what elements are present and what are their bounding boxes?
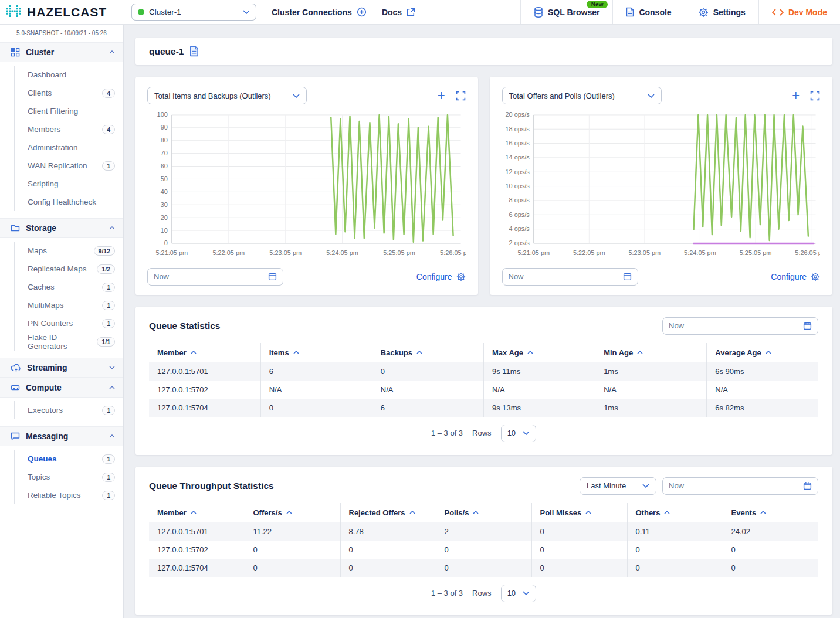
sidebar-item-members[interactable]: Members 4	[15, 120, 123, 138]
table-row[interactable]: 127.0.0.1:5704000000	[149, 559, 818, 577]
column-header-offers-s[interactable]: Offers/s	[245, 503, 340, 522]
sidebar-item-multimaps[interactable]: MultiMaps 1	[15, 296, 123, 314]
topnav-tools: New SQL Browser Console Settings Dev Mod…	[520, 0, 840, 24]
sidebar-section-messaging[interactable]: Messaging	[0, 426, 123, 446]
page-header-card: queue-1	[135, 38, 832, 65]
column-header-max-age[interactable]: Max Age	[483, 343, 595, 362]
fullscreen-icon[interactable]	[810, 91, 820, 101]
pagination-range: 1 – 3 of 3	[431, 429, 463, 437]
pagination-range: 1 – 3 of 3	[431, 589, 463, 597]
svg-text:20: 20	[161, 214, 168, 221]
add-chart-button[interactable]: +	[792, 89, 800, 102]
sidebar-section-compute[interactable]: Compute	[0, 378, 123, 398]
add-chart-button[interactable]: +	[438, 89, 445, 102]
svg-text:20 ops/s: 20 ops/s	[505, 111, 530, 118]
column-header-min-age[interactable]: Min Age	[595, 343, 707, 362]
column-header-events[interactable]: Events	[723, 503, 818, 522]
column-header-member[interactable]: Member	[149, 503, 245, 522]
queue-throughput-card: Queue Throughput Statistics Last Minute …	[135, 467, 832, 615]
sidebar-item-flake-id-generators[interactable]: Flake ID Generators 1/1	[15, 332, 123, 351]
svg-text:40: 40	[161, 188, 168, 195]
sidebar-section-cluster[interactable]: Cluster	[0, 42, 123, 62]
chevron-up-icon	[109, 434, 115, 438]
svg-text:2 ops/s: 2 ops/s	[509, 239, 530, 246]
sort-asc-icon	[416, 351, 422, 354]
console-button[interactable]: Console	[612, 0, 684, 24]
sidebar-item-executors[interactable]: Executors 1	[15, 401, 123, 419]
sidebar-section-streaming[interactable]: Streaming	[0, 358, 123, 378]
table-row[interactable]: 127.0.0.1:570111.228.78200.1124.02	[149, 522, 818, 541]
sidebar-item-dashboard[interactable]: Dashboard	[15, 66, 123, 84]
throughput-time-input[interactable]: Now	[662, 477, 818, 495]
metric-select[interactable]: Total Items and Backups (Outliers)	[147, 87, 307, 104]
column-header-others[interactable]: Others	[627, 503, 723, 522]
interval-select[interactable]: Last Minute	[580, 477, 656, 495]
sidebar-item-reliable-topics[interactable]: Reliable Topics 1	[15, 486, 123, 504]
table-row[interactable]: 127.0.0.1:5702000000	[149, 541, 818, 559]
docs-link[interactable]: Docs	[382, 0, 415, 24]
sidebar-item-wan-replication[interactable]: WAN Replication 1	[15, 157, 123, 175]
main-content: queue-1 Total Items and Backups (Outlier…	[124, 25, 840, 618]
sidebar-item-replicated-maps[interactable]: Replicated Maps 1/2	[15, 260, 123, 278]
chart-time-input[interactable]: Now	[147, 268, 283, 286]
sql-browser-button[interactable]: New SQL Browser	[520, 0, 612, 24]
sidebar-item-client-filtering[interactable]: Client Filtering	[15, 102, 123, 120]
sidebar-item-config-healthcheck[interactable]: Config Healthcheck	[15, 193, 123, 211]
table-row[interactable]: 127.0.0.1:5701609s 11ms1ms6s 90ms	[149, 362, 818, 381]
sidebar-item-scripting[interactable]: Scripting	[15, 175, 123, 193]
plus-circle-icon	[357, 7, 367, 17]
sidebar-item-topics[interactable]: Topics 1	[15, 468, 123, 486]
sidebar-item-pn-counters[interactable]: PN Counters 1	[15, 314, 123, 332]
sort-asc-icon	[766, 351, 771, 354]
chart-time-value: Now	[154, 272, 268, 281]
sort-asc-icon	[527, 351, 533, 354]
table-row[interactable]: 127.0.0.1:5704069s 13ms1ms6s 82ms	[149, 399, 818, 417]
svg-text:90: 90	[161, 124, 168, 131]
brand-name: HAZELCAST	[27, 5, 107, 19]
configure-link[interactable]: Configure	[771, 272, 820, 281]
cloud-icon	[11, 364, 21, 372]
chevron-down-icon	[523, 431, 530, 435]
sidebar-item-clients[interactable]: Clients 4	[15, 84, 123, 102]
column-header-member[interactable]: Member	[149, 343, 260, 362]
count-badge: 1	[102, 319, 115, 328]
column-header-poll-misses[interactable]: Poll Misses	[531, 503, 627, 522]
sidebar-item-administration[interactable]: Administration	[15, 138, 123, 157]
cluster-connections-label: Cluster Connections	[272, 8, 352, 17]
sidebar-item-queues[interactable]: Queues 1	[15, 450, 123, 468]
rows-label: Rows	[472, 589, 492, 597]
fullscreen-icon[interactable]	[456, 91, 466, 101]
sidebar-item-caches[interactable]: Caches 1	[15, 278, 123, 296]
queue-document-icon[interactable]	[189, 46, 199, 57]
sidebar-item-maps[interactable]: Maps 9/12	[15, 242, 123, 260]
cluster-select[interactable]: Cluster-1	[131, 4, 256, 21]
dev-mode-button[interactable]: Dev Mode	[758, 0, 840, 24]
chart-card-offers-polls: Total Offers and Polls (Outliers) + 2 op…	[490, 77, 833, 295]
stats-time-input[interactable]: Now	[662, 317, 818, 335]
queue-statistics-card: Queue Statistics Now MemberItemsBackupsM…	[135, 307, 832, 455]
svg-text:14 ops/s: 14 ops/s	[505, 154, 530, 161]
sort-asc-icon	[473, 511, 479, 514]
column-header-items[interactable]: Items	[260, 343, 372, 362]
rows-per-page-select[interactable]: 10	[501, 425, 536, 442]
column-header-polls-s[interactable]: Polls/s	[436, 503, 531, 522]
chart-time-input[interactable]: Now	[502, 268, 638, 286]
table-row[interactable]: 127.0.0.1:5702N/AN/AN/AN/AN/A	[149, 381, 818, 399]
svg-text:5:23:05 pm: 5:23:05 pm	[628, 249, 661, 256]
count-badge: 9/12	[94, 246, 115, 256]
svg-text:10: 10	[161, 227, 168, 234]
settings-button[interactable]: Settings	[685, 0, 758, 24]
column-header-rejected-offers[interactable]: Rejected Offers	[340, 503, 436, 522]
column-header-backups[interactable]: Backups	[372, 343, 483, 362]
rows-label: Rows	[472, 429, 492, 437]
chevron-down-icon	[243, 10, 250, 14]
configure-link[interactable]: Configure	[416, 272, 466, 281]
metric-select[interactable]: Total Offers and Polls (Outliers)	[502, 87, 662, 104]
gear-icon	[811, 272, 820, 281]
column-header-average-age[interactable]: Average Age	[707, 343, 818, 362]
rows-per-page-select[interactable]: 10	[501, 585, 536, 602]
external-link-icon	[407, 8, 415, 16]
cluster-connections-link[interactable]: Cluster Connections	[272, 0, 367, 24]
count-badge: 1	[102, 473, 115, 482]
sidebar-section-storage[interactable]: Storage	[0, 218, 123, 238]
